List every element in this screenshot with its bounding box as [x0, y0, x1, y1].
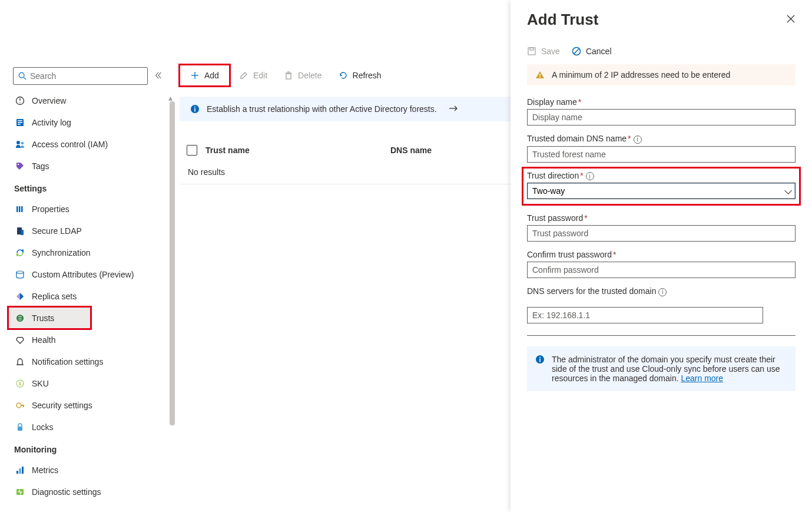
info-icon[interactable]: i: [658, 288, 667, 296]
svg-point-9: [16, 141, 20, 144]
health-icon: [15, 335, 25, 345]
notification-icon: [15, 357, 25, 366]
delete-icon: [284, 71, 293, 80]
svg-rect-8: [18, 124, 21, 125]
save-label: Save: [541, 47, 560, 56]
svg-point-11: [18, 163, 19, 164]
nav-label: Diagnostic settings: [32, 487, 101, 497]
learn-more-link[interactable]: Learn more: [681, 374, 723, 383]
nav-security-settings[interactable]: Security settings: [13, 394, 168, 416]
nav-activity-log[interactable]: Activity log: [13, 111, 168, 133]
nav-label: Replica sets: [32, 292, 77, 301]
select-all-checkbox[interactable]: [187, 145, 197, 156]
search-box[interactable]: [13, 67, 148, 85]
svg-point-10: [21, 141, 24, 144]
nav-label: Properties: [32, 204, 69, 214]
servers-label: DNS servers for the trusted domaini: [527, 286, 796, 296]
nav-properties[interactable]: Properties: [13, 198, 168, 220]
save-button: Save: [527, 47, 560, 56]
edit-label: Edit: [253, 71, 267, 80]
warning-text: A minimum of 2 IP addresses need to be e…: [552, 70, 730, 80]
warning-icon: [535, 70, 545, 80]
nav-label: Trusts: [32, 313, 54, 323]
trust-direction-section: Trust direction*i Two-way: [522, 167, 800, 206]
replica-icon: [15, 292, 25, 301]
refresh-icon: [339, 71, 348, 80]
nav-health[interactable]: Health: [13, 329, 168, 351]
nav-overview[interactable]: Overview: [13, 90, 168, 111]
col-trust-name[interactable]: Trust name: [206, 146, 382, 155]
svg-rect-16: [21, 230, 24, 235]
delete-button: Delete: [277, 65, 329, 86]
cancel-button[interactable]: Cancel: [572, 47, 612, 56]
close-button[interactable]: [786, 14, 796, 25]
nav-diagnostic-settings[interactable]: Diagnostic settings: [13, 481, 168, 503]
nav-replica-sets[interactable]: Replica sets: [13, 285, 168, 307]
display-name-label: Display name*: [527, 97, 796, 107]
svg-rect-41: [530, 48, 533, 50]
nav-trusts[interactable]: Trusts: [8, 307, 91, 329]
search-icon: [18, 72, 26, 80]
collapse-sidebar-icon[interactable]: [153, 71, 164, 81]
edit-button: Edit: [232, 65, 274, 86]
svg-rect-13: [19, 206, 21, 212]
nav-label: Custom Attributes (Preview): [32, 270, 134, 279]
nav-sku[interactable]: $ SKU: [13, 372, 168, 394]
nav-secure-ldap[interactable]: Secure LDAP: [13, 220, 168, 242]
arrow-right-icon[interactable]: [449, 104, 458, 114]
delete-label: Delete: [298, 71, 322, 80]
refresh-button[interactable]: Refresh: [332, 65, 389, 86]
close-icon: [786, 14, 796, 24]
tags-icon: [15, 161, 25, 171]
display-name-input[interactable]: [527, 109, 796, 125]
svg-line-1: [24, 77, 26, 80]
nav-locks[interactable]: Locks: [13, 416, 168, 438]
nav-label: Activity log: [32, 118, 71, 127]
properties-icon: [15, 204, 25, 214]
password-label: Trust password*: [527, 213, 796, 223]
direction-label: Trust direction*i: [527, 171, 796, 181]
nav-custom-attributes[interactable]: Custom Attributes (Preview): [13, 263, 168, 285]
svg-rect-47: [539, 358, 541, 362]
nav-label: Overview: [32, 96, 66, 105]
security-icon: [15, 401, 25, 410]
warning-banner: A minimum of 2 IP addresses need to be e…: [527, 64, 796, 85]
iam-icon: [15, 140, 26, 149]
nav-label: Metrics: [32, 465, 58, 475]
diag-icon: [15, 487, 25, 497]
info-icon[interactable]: i: [586, 172, 594, 180]
svg-rect-7: [18, 122, 22, 123]
col-dns-name[interactable]: DNS name: [390, 146, 432, 155]
nav-label: Security settings: [32, 401, 92, 410]
nav-label: Secure LDAP: [32, 226, 82, 236]
svg-line-43: [574, 49, 579, 54]
dns-name-label: Trusted domain DNS name*i: [527, 134, 796, 144]
svg-text:$: $: [19, 381, 22, 387]
info-icon: [190, 104, 200, 114]
nav-metrics[interactable]: Metrics: [13, 459, 168, 481]
nav-access-control[interactable]: Access control (IAM): [13, 133, 168, 155]
sku-icon: $: [15, 379, 25, 388]
search-input[interactable]: [30, 71, 142, 81]
trusts-icon: [15, 313, 25, 323]
add-button[interactable]: Add: [180, 65, 230, 86]
nav-label: SKU: [32, 379, 49, 388]
confirm-password-input[interactable]: [527, 262, 796, 278]
svg-rect-6: [18, 120, 22, 121]
password-input[interactable]: [527, 225, 796, 242]
save-icon: [527, 47, 536, 56]
svg-rect-12: [16, 206, 18, 212]
servers-input[interactable]: [527, 307, 763, 323]
sidebar: ▴ Overview Activity log Access control (…: [0, 0, 168, 512]
nav-notification-settings[interactable]: Notification settings: [13, 351, 168, 372]
info-icon[interactable]: i: [634, 136, 642, 144]
nav-synchronization[interactable]: Synchronization: [13, 242, 168, 263]
svg-rect-24: [18, 427, 22, 431]
svg-rect-31: [286, 74, 291, 79]
nav-tags[interactable]: Tags: [13, 155, 168, 177]
svg-rect-35: [194, 108, 195, 112]
svg-rect-23: [23, 405, 24, 407]
svg-rect-25: [16, 471, 18, 474]
direction-select[interactable]: Two-way: [527, 183, 796, 199]
dns-name-input[interactable]: [527, 146, 796, 163]
